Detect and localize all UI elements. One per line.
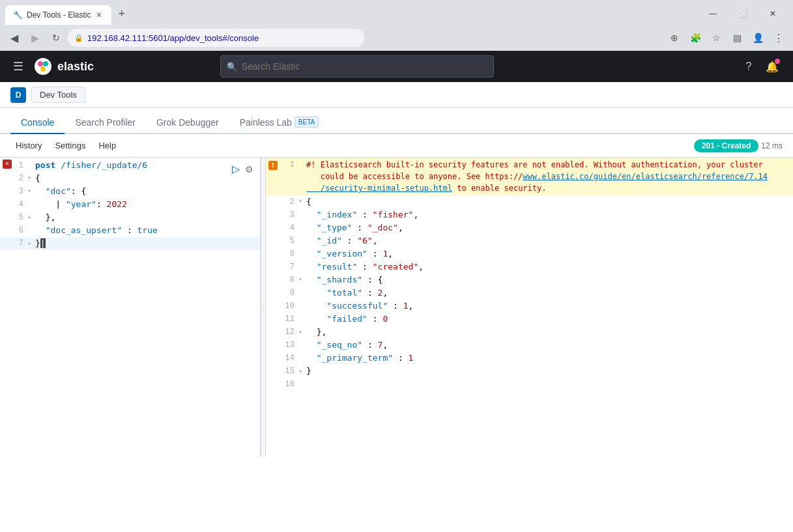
line-num-6: 6 <box>14 224 27 237</box>
r-line-11: 11 "failed" : 0 <box>266 313 793 326</box>
bookmark-btn[interactable]: ☆ <box>707 29 725 47</box>
r-line-13: 13 "_seq_no" : 7, <box>266 339 793 352</box>
address-bar: ◀ ▶ ↻ 🔒 ⊕ 🧩 ☆ ▤ 👤 ⋮ <box>0 25 793 51</box>
gutter-actions: ▷ ⚙ <box>231 161 255 176</box>
help-icon-btn[interactable]: ? <box>738 56 759 77</box>
app: ☰ elastic 🔍 ? 🔔 D Dev Tools Co <box>0 51 793 532</box>
r-num-14: 14 <box>280 352 298 365</box>
line-num-5: 5 <box>14 211 27 224</box>
tab-search-profiler[interactable]: Search Profiler <box>65 112 146 134</box>
profile-btn[interactable]: 👤 <box>749 29 767 47</box>
hamburger-btn[interactable]: ☰ <box>10 57 26 76</box>
search-input[interactable] <box>220 55 494 77</box>
new-tab-btn[interactable]: + <box>113 6 130 22</box>
editor-area: ✕ 1 post /fisher/_update/6 2 ▾ { 3 ▾ "do… <box>0 158 793 457</box>
tab-favicon: 🔧 <box>13 10 23 20</box>
second-bar: D Dev Tools <box>0 82 793 108</box>
r-code-warning: #! Elasticsearch built-in security featu… <box>306 159 793 194</box>
fold-2[interactable]: ▾ <box>27 172 35 185</box>
tab-console[interactable]: Console <box>10 112 65 134</box>
r-fold-2[interactable]: ▾ <box>298 195 306 208</box>
code-content-2: { <box>35 172 40 185</box>
code-line-3: 3 ▾ "doc": { <box>0 185 260 198</box>
error-icon: ✕ <box>3 160 12 169</box>
r-code-14: "_primary_term" : 1 <box>306 352 413 365</box>
tab-close-btn[interactable]: ✕ <box>94 10 104 20</box>
r-num-9: 9 <box>280 287 298 300</box>
elastic-logo-icon <box>34 57 52 76</box>
tab-painless-lab[interactable]: Painless Lab BETA <box>229 111 330 134</box>
code-line-6: 6 "doc_as_upsert" : true <box>0 224 260 237</box>
r-line-2: 2 ▾ { <box>266 195 793 208</box>
r-num-3: 3 <box>280 208 298 221</box>
search-icon: 🔍 <box>227 62 237 72</box>
bottom-empty <box>0 457 793 532</box>
translate-icon[interactable]: ⊕ <box>665 29 684 47</box>
r-num-16: 16 <box>280 378 298 391</box>
settings-btn[interactable]: Settings <box>50 138 91 153</box>
close-btn[interactable]: ✕ <box>758 5 788 22</box>
r-line-12: 12 ▴ }, <box>266 326 793 339</box>
panel-divider[interactable]: ⋮ <box>261 158 266 457</box>
history-btn[interactable]: History <box>10 138 47 153</box>
r-code-10: "successful" : 1, <box>306 300 413 313</box>
code-content-5: }, <box>35 211 55 224</box>
r-line-4: 4 "_type" : "_doc", <box>266 221 793 234</box>
dev-tools-app-btn[interactable]: Dev Tools <box>31 87 85 103</box>
r-line-6: 6 "_version" : 1, <box>266 247 793 260</box>
sidebar-toggle-btn[interactable]: ▤ <box>728 29 746 47</box>
r-code-9: "total" : 2, <box>306 287 388 300</box>
code-line-7: 7 ▴ }| <box>0 237 260 250</box>
r-num-2: 2 <box>280 195 298 208</box>
r-fold-12[interactable]: ▴ <box>298 326 306 339</box>
help-btn[interactable]: Help <box>93 138 121 153</box>
code-line-1: ✕ 1 post /fisher/_update/6 <box>0 158 260 172</box>
menu-btn[interactable]: ⋮ <box>770 29 788 47</box>
r-fold-8[interactable]: ▾ <box>298 273 306 287</box>
code-content-1: post /fisher/_update/6 <box>35 158 147 172</box>
r-code-3: "_index" : "fisher", <box>306 208 418 221</box>
browser-tab[interactable]: 🔧 Dev Tools - Elastic ✕ <box>5 5 111 25</box>
r-code-13: "_seq_no" : 7, <box>306 339 388 352</box>
tab-title-text: Dev Tools - Elastic <box>27 10 91 20</box>
fold-3[interactable]: ▾ <box>27 185 35 198</box>
top-nav: ☰ elastic 🔍 ? 🔔 <box>0 51 793 82</box>
tabs-bar: Console Search Profiler Grok Debugger Pa… <box>0 108 793 134</box>
svg-point-2 <box>43 61 48 66</box>
back-btn[interactable]: ◀ <box>5 29 23 47</box>
r-line-16: 16 <box>266 378 793 391</box>
svg-point-1 <box>38 61 43 66</box>
r-code-12: }, <box>306 326 326 339</box>
code-line-2: 2 ▾ { <box>0 172 260 185</box>
security-icon: 🔒 <box>74 34 83 42</box>
action-bar: History Settings Help 201 - Created 12 m… <box>0 134 793 158</box>
tab-painless-label: Painless Lab <box>240 117 292 128</box>
title-bar: 🔧 Dev Tools - Elastic ✕ + — ⬜ ✕ <box>0 0 793 25</box>
fold-7[interactable]: ▴ <box>27 237 35 250</box>
r-line-7: 7 "result" : "created", <box>266 260 793 273</box>
r-fold-15[interactable]: ▴ <box>298 365 306 378</box>
code-content-3: "doc": { <box>35 185 86 198</box>
window-controls: — ⬜ ✕ <box>698 5 788 22</box>
r-code-11: "failed" : 0 <box>306 313 388 326</box>
maximize-btn[interactable]: ⬜ <box>728 5 758 22</box>
warning-icon: ! <box>268 161 278 170</box>
code-content-6: "doc_as_upsert" : true <box>35 224 158 237</box>
line-num-3: 3 <box>14 185 27 198</box>
r-num-8: 8 <box>280 273 298 287</box>
r-line-8: 8 ▾ "_shards" : { <box>266 273 793 287</box>
extension-btn[interactable]: 🧩 <box>686 29 704 47</box>
r-code-6: "_version" : 1, <box>306 247 393 260</box>
fold-5[interactable]: ▴ <box>27 211 35 224</box>
notification-dot <box>775 59 780 64</box>
r-num-4: 4 <box>280 221 298 234</box>
left-panel[interactable]: ✕ 1 post /fisher/_update/6 2 ▾ { 3 ▾ "do… <box>0 158 261 457</box>
refresh-btn[interactable]: ↻ <box>47 29 65 47</box>
tab-grok-debugger[interactable]: Grok Debugger <box>146 112 229 134</box>
minimize-btn[interactable]: — <box>698 5 728 22</box>
address-input[interactable] <box>68 29 364 47</box>
code-content-4: | "year": 2022 <box>35 198 127 211</box>
run-btn[interactable]: ▷ <box>231 161 241 176</box>
wrench-btn[interactable]: ⚙ <box>244 161 255 176</box>
forward-btn[interactable]: ▶ <box>26 29 44 47</box>
